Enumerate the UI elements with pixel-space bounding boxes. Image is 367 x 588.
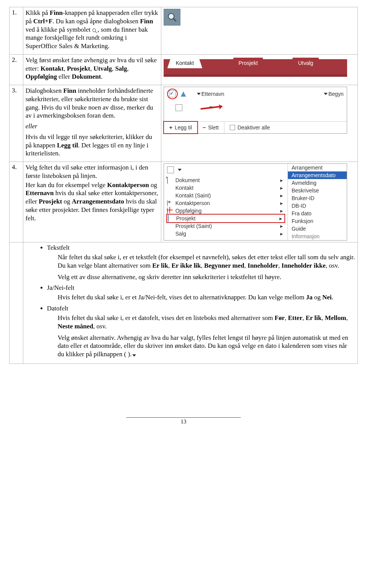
field-types-section: Tekstfelt Når feltet du skal søke i, er … xyxy=(23,242,357,364)
step-text: Velg først ønsket fane avhengig av hva d… xyxy=(23,54,161,85)
criteria-checkbox[interactable] xyxy=(175,104,182,111)
step-number-empty xyxy=(10,242,23,364)
menu-item-prosjekt-saint[interactable]: Prosjekt (Saint) xyxy=(166,222,285,230)
step-image xyxy=(161,7,357,55)
criteria-panel: Etternavn Begyn +Legg til −Slett xyxy=(164,87,347,134)
menu-item-dokument[interactable]: Dokument xyxy=(166,176,285,184)
field-picker-panel: Dokument Kontakt Kontakt (Saint) Kontakt… xyxy=(164,163,347,241)
tab-prosjekt[interactable]: Prosjekt xyxy=(230,58,266,68)
menu-item-kontakt-saint[interactable]: Kontakt (Saint) xyxy=(166,192,285,199)
svg-point-0 xyxy=(93,29,96,32)
caret-down-icon xyxy=(324,93,328,95)
menu-item-oppfolging[interactable]: Oppfølging xyxy=(166,207,285,215)
bullet-tekstfelt: Tekstfelt xyxy=(47,244,355,252)
instruction-table: 1. Klikk på Finn-knappen på knapperaden … xyxy=(9,7,358,364)
inline-magnify-icon xyxy=(92,27,97,33)
deactivate-icon xyxy=(230,125,235,130)
step-image: Etternavn Begyn +Legg til −Slett xyxy=(161,85,357,162)
plus-icon: + xyxy=(169,124,172,131)
criteria-checkbox[interactable] xyxy=(169,90,176,97)
list-item[interactable]: Bruker-ID xyxy=(288,194,347,202)
caret-down-icon xyxy=(132,351,136,359)
person-icon xyxy=(181,91,186,97)
list-item[interactable]: Funksjon xyxy=(288,217,347,225)
delete-button[interactable]: −Slett xyxy=(197,122,224,133)
criteria-checkbox[interactable] xyxy=(167,166,174,173)
step-number: 4. xyxy=(10,162,23,242)
svg-line-3 xyxy=(173,18,176,21)
field-dropdown[interactable]: Etternavn xyxy=(197,91,224,97)
project-icon xyxy=(168,215,169,222)
list-item[interactable]: Informasjon xyxy=(288,233,347,240)
menu-item-kontakt[interactable]: Kontakt xyxy=(166,184,285,192)
menu-item-kontaktperson[interactable]: Kontaktperson xyxy=(166,199,285,207)
chevron-right-icon xyxy=(280,208,283,214)
person-icon xyxy=(167,200,168,207)
chevron-right-icon xyxy=(280,185,283,191)
step-number: 1. xyxy=(10,7,23,55)
page-number: 13 xyxy=(9,418,358,425)
tab-utvalg[interactable]: Utvalg xyxy=(290,58,322,68)
list-item[interactable]: DB-ID xyxy=(288,202,347,210)
minus-icon: − xyxy=(203,124,206,131)
chevron-right-icon xyxy=(280,231,283,237)
caret-down-icon xyxy=(197,93,201,95)
list-item-selected[interactable]: Arrangementsdato xyxy=(288,171,347,179)
field-list: Arrangement Arrangementsdato Avmelding B… xyxy=(287,164,347,240)
add-button[interactable]: +Legg til xyxy=(163,121,198,134)
step-text: Klikk på Finn-knappen på knapperaden ell… xyxy=(23,7,161,55)
step-number: 3. xyxy=(10,85,23,162)
list-item[interactable]: Beskrivelse xyxy=(288,187,347,194)
list-item[interactable]: Avmelding xyxy=(288,179,347,187)
menu-item-prosjekt[interactable]: Prosjekt xyxy=(166,214,285,223)
bullet-datofelt: Datofelt xyxy=(47,305,355,312)
bullet-janei: Ja/Nei-felt xyxy=(47,284,355,292)
list-item[interactable]: Guide xyxy=(288,225,347,233)
step-image: Kontakt Prosjekt Utvalg xyxy=(161,54,357,85)
checked-circle-highlight xyxy=(167,89,178,99)
caret-down-icon[interactable] xyxy=(178,169,182,171)
step-text: Dialogboksen Finn inneholder forhåndsdef… xyxy=(23,85,161,162)
menu-item-salg[interactable]: Salg xyxy=(166,230,285,237)
eller-label: eller xyxy=(26,122,159,131)
chevron-right-icon xyxy=(280,192,283,199)
chevron-right-icon xyxy=(280,223,283,229)
deactivate-all-button[interactable]: Deaktiver alle xyxy=(224,122,275,133)
find-button-icon[interactable] xyxy=(164,9,180,26)
document-icon xyxy=(167,177,168,184)
step-image: Dokument Kontakt Kontakt (Saint) Kontakt… xyxy=(161,162,357,242)
followup-icon xyxy=(167,207,168,214)
step-text: Velg feltet du vil søke etter informasjo… xyxy=(23,162,161,242)
svg-line-1 xyxy=(95,31,97,33)
chevron-right-icon xyxy=(280,177,283,183)
category-menu: Dokument Kontakt Kontakt (Saint) Kontakt… xyxy=(166,176,285,237)
step-number: 2. xyxy=(10,54,23,85)
operator-dropdown[interactable]: Begyn xyxy=(324,91,344,97)
list-item[interactable]: Arrangement xyxy=(288,164,347,171)
chevron-right-icon xyxy=(279,215,282,221)
chevron-right-icon xyxy=(280,200,283,206)
tab-kontakt[interactable]: Kontakt xyxy=(167,58,202,68)
page-footer: 13 xyxy=(9,417,358,425)
list-item[interactable]: Fra dato xyxy=(288,210,347,217)
